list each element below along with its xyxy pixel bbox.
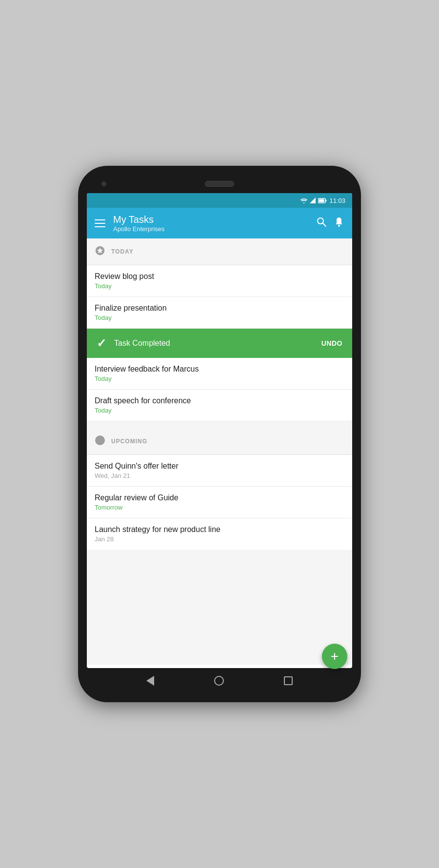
task-date: Today — [95, 375, 344, 382]
task-date: Jan 28 — [95, 535, 344, 543]
svg-point-7 — [96, 436, 104, 445]
back-nav-button[interactable] — [146, 676, 154, 686]
app-bar-actions — [316, 217, 344, 230]
recents-nav-button[interactable] — [284, 676, 293, 685]
task-item[interactable]: Regular review of Guide Tomorrow — [87, 487, 352, 518]
today-label: TODAY — [111, 248, 134, 255]
status-time: 11:03 — [329, 197, 345, 204]
task-item[interactable]: Interview feedback for Marcus Today — [87, 358, 352, 390]
menu-icon[interactable] — [95, 219, 105, 227]
completed-text: Task Completed — [114, 339, 314, 348]
upcoming-label: UPCOMING — [111, 438, 147, 445]
app-subtitle: Apollo Enterprises — [113, 225, 308, 233]
today-section-header: TODAY — [87, 238, 352, 265]
svg-rect-3 — [326, 199, 327, 201]
home-nav-button[interactable] — [214, 676, 224, 686]
search-icon[interactable] — [316, 217, 327, 230]
task-date: Tomorrow — [95, 504, 344, 511]
task-item[interactable]: Draft speech for conference Today — [87, 390, 352, 421]
task-title: Send Quinn's offer letter — [95, 462, 344, 471]
phone-screen: 11:03 My Tasks Apollo Enterprises — [87, 193, 352, 668]
task-title: Review blog post — [95, 272, 344, 281]
task-title: Launch strategy for new product line — [95, 525, 344, 534]
app-bar: My Tasks Apollo Enterprises — [87, 208, 352, 238]
status-icons: 11:03 — [300, 197, 345, 204]
task-item[interactable]: Send Quinn's offer letter Wed, Jan 21 — [87, 455, 352, 487]
task-item[interactable]: Review blog post Today — [87, 265, 352, 297]
task-date: Wed, Jan 21 — [95, 472, 344, 479]
phone-camera — [101, 181, 106, 186]
task-title: Finalize presentation — [95, 304, 344, 313]
svg-rect-2 — [319, 199, 324, 202]
notification-icon[interactable] — [334, 217, 344, 230]
phone-nav-bar — [87, 668, 352, 693]
task-item[interactable]: Finalize presentation Today — [87, 297, 352, 329]
svg-point-6 — [338, 225, 340, 227]
phone-speaker — [205, 181, 234, 187]
undo-button[interactable]: UNDO — [321, 339, 342, 347]
section-spacer — [87, 421, 352, 428]
svg-line-5 — [323, 223, 326, 227]
completed-banner: ✓ Task Completed UNDO — [87, 329, 352, 358]
task-date: Today — [95, 282, 344, 290]
phone-device: 11:03 My Tasks Apollo Enterprises — [78, 166, 361, 702]
signal-icon — [310, 197, 316, 203]
battery-icon — [318, 198, 327, 203]
task-title: Interview feedback for Marcus — [95, 365, 344, 374]
checkmark-icon: ✓ — [97, 336, 106, 350]
wifi-icon — [300, 198, 307, 203]
app-bar-title-block: My Tasks Apollo Enterprises — [113, 214, 308, 233]
upcoming-icon — [95, 435, 105, 448]
content-area: TODAY Review blog post Today Finalize pr… — [87, 238, 352, 665]
fab-plus-icon: + — [331, 650, 339, 663]
phone-top-hardware — [87, 175, 352, 193]
status-bar: 11:03 — [87, 193, 352, 208]
task-date: Today — [95, 314, 344, 321]
app-title: My Tasks — [113, 214, 308, 225]
task-date: Today — [95, 407, 344, 414]
upcoming-section-header: UPCOMING — [87, 428, 352, 455]
svg-marker-0 — [310, 197, 316, 203]
task-title: Regular review of Guide — [95, 493, 344, 502]
add-task-fab[interactable]: + — [322, 644, 347, 668]
task-title: Draft speech for conference — [95, 396, 344, 405]
today-icon — [95, 245, 105, 258]
task-item[interactable]: Launch strategy for new product line Jan… — [87, 518, 352, 550]
